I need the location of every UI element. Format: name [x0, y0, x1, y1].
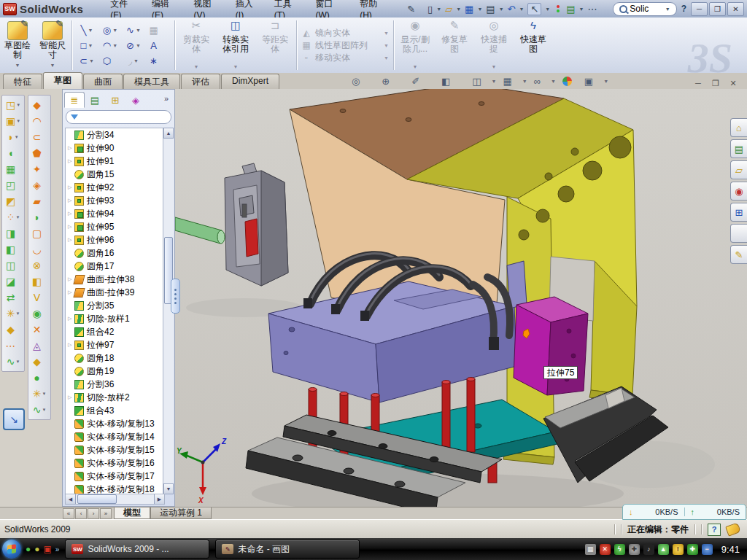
tree-item[interactable]: ▷ 分割36 [66, 378, 164, 391]
toolbar-icon[interactable]: ◗ ▼ [34, 210, 44, 225]
sketch-entity-button[interactable]: ⊂ ▼ [75, 53, 98, 69]
search-box[interactable]: Solic ▼ [613, 2, 676, 16]
document-window-button[interactable]: ✕ [727, 77, 740, 89]
tray-icon[interactable]: ✚ [687, 544, 698, 555]
ribbon-tab[interactable]: 模具工具 [123, 74, 180, 89]
toolbar-icon[interactable]: ⋯ ▼ [6, 338, 21, 353]
toolbar-icon[interactable]: ◈ ▼ [33, 178, 46, 192]
chevron-down-icon[interactable]: ▼ [15, 311, 20, 316]
graphics-viewport[interactable]: Y Z X 拉伸75 ⌂ ▤ ▱ ◉ [175, 89, 747, 507]
tag-icon[interactable] [725, 522, 741, 536]
scroll-left-button[interactable]: ◀ [66, 494, 76, 504]
chevron-down-icon[interactable]: ▼ [50, 61, 55, 71]
chevron-down-icon[interactable]: ▼ [384, 52, 389, 63]
tray-icon[interactable]: ! [673, 544, 684, 555]
toolbar-icon[interactable]: ▤ ▼ [565, 1, 585, 16]
tray-icon[interactable]: ϟ [614, 544, 625, 555]
toolbar-icon[interactable]: ✳ ▼ [7, 306, 20, 321]
toolbar-icon[interactable]: ◗ ▼ [7, 130, 18, 144]
view-tool-icon[interactable]: ✐ ▼ [411, 76, 435, 87]
chevron-down-icon[interactable]: ▼ [16, 103, 20, 107]
measure-button[interactable]: ↘ [3, 408, 25, 430]
sketch-entity-button[interactable]: ◎ ▼ [98, 23, 122, 38]
sketch-entity-button[interactable]: ◠ ▼ [98, 38, 122, 53]
tree-horizontal-scrollbar[interactable]: ◀ ▶ [65, 494, 165, 505]
tray-icon[interactable]: ▲ [658, 544, 669, 555]
magenta-block[interactable] [514, 297, 588, 395]
tree-item[interactable]: ▷ 实体-移动/复制18 [66, 483, 164, 494]
command-button[interactable]: ✂ 剪裁实体 ▼ [177, 18, 216, 73]
tree-item[interactable]: ▷ 拉伸91 [66, 155, 164, 168]
tree-item[interactable]: ▷ 组合43 [66, 404, 164, 417]
tree-item[interactable]: ▷ 拉伸90 [66, 141, 164, 155]
panel-tab[interactable]: ◈ [125, 92, 146, 108]
expand-arrow-icon[interactable]: ▷ [68, 237, 74, 243]
tree-item[interactable]: ▷ 曲面-拉伸39 [66, 286, 164, 299]
toolbar-icon[interactable]: ↖ ▼ [526, 1, 551, 16]
chevron-down-icon[interactable]: ▼ [194, 62, 199, 71]
tree-item[interactable]: ▷ 组合42 [66, 325, 164, 338]
toolbar-icon[interactable]: ◧ ▼ [32, 274, 47, 289]
window-button[interactable]: ✕ [727, 2, 744, 16]
tree-item[interactable]: ▷ 分割34 [66, 128, 164, 141]
tree-item[interactable]: ▷ 拉伸97 [66, 338, 164, 351]
view-tool-icon[interactable]: ◧ ▼ [441, 76, 465, 87]
command-button[interactable]: ✎ 修复草图 ▼ [435, 18, 474, 73]
ribbon-tab[interactable]: 特征 [3, 74, 42, 89]
scroll-down-button[interactable]: ▼ [163, 483, 174, 494]
sketch-entity-button[interactable]: ◞ ▼ [122, 53, 145, 69]
expand-arrow-icon[interactable]: ▷ [68, 145, 74, 151]
sketch-entity-button[interactable]: ⊘ ▼ [122, 38, 145, 53]
toolbar-icon[interactable]: ✎ ▼ [406, 1, 425, 16]
task-pane-tab[interactable]: ✎ [730, 245, 747, 264]
toolbar-icon[interactable]: ✳ ▼ [33, 386, 47, 401]
expand-arrow-icon[interactable]: ▷ [68, 342, 74, 348]
tree-item[interactable]: ▷ 圆角15 [66, 168, 164, 181]
toolbar-icon[interactable]: ⊗ ▼ [33, 258, 47, 273]
expand-arrow-icon[interactable]: ▷ [68, 224, 74, 230]
toolbar-icon[interactable]: ◩ ▼ [6, 194, 20, 209]
chevron-down-icon[interactable]: ▼ [89, 58, 94, 63]
panel-tab[interactable]: ⊞ [105, 92, 125, 108]
task-pane-tab[interactable]: ▱ [730, 160, 747, 179]
task-pane-tab[interactable] [730, 224, 747, 243]
assembly-model[interactable]: Y Z X [175, 89, 747, 507]
toolbar-icon[interactable]: ◬ ▼ [33, 338, 46, 353]
toolbar-icon[interactable]: ◖ ▼ [7, 146, 18, 160]
quick-tips-button[interactable]: ? [708, 524, 721, 536]
toolbar-icon[interactable]: ∿ ▼ [7, 354, 20, 369]
chevron-down-icon[interactable]: ▼ [15, 61, 20, 71]
tree-item[interactable]: ▷ 实体-移动/复制13 [66, 417, 164, 430]
tree-item[interactable]: ▷ 圆角18 [66, 351, 164, 365]
expand-arrow-icon[interactable]: ▷ [68, 211, 74, 217]
view-tool-icon[interactable]: ▼ [562, 77, 578, 86]
toolbar-icon[interactable]: ▣ ▼ [6, 114, 20, 128]
panel-overflow-button[interactable]: » [164, 94, 173, 103]
task-pane-tab[interactable]: ⊞ [730, 203, 747, 222]
chevron-down-icon[interactable]: ▼ [492, 79, 497, 84]
toolbar-icon[interactable]: ▢ ▼ [32, 226, 47, 241]
toolbar-icon[interactable]: ◆ ▼ [33, 98, 46, 112]
chevron-down-icon[interactable]: ▼ [133, 58, 139, 63]
toolbar-icon[interactable]: ▼ [552, 1, 564, 16]
tree-item[interactable]: ▷ 拉伸95 [66, 220, 164, 233]
toolbar-icon[interactable]: ◫ ▼ [6, 258, 20, 273]
panel-tab[interactable]: ▤ [85, 92, 105, 108]
toolbar-icon[interactable]: ↶ ▼ [506, 1, 526, 16]
toolbar-icon[interactable]: ▰ ▼ [33, 194, 46, 209]
tray-icon[interactable]: − [702, 544, 713, 555]
view-tool-icon[interactable]: ◫ ▼ [472, 76, 496, 87]
quick-launch-icon[interactable]: ● [26, 544, 31, 554]
ribbon-tab[interactable]: 曲面 [83, 74, 123, 89]
tab-nav-button[interactable]: › [88, 508, 99, 519]
toolbar-icon[interactable]: ⊂ ▼ [33, 130, 47, 144]
expand-arrow-icon[interactable]: ▷ [68, 198, 74, 203]
toolbar-icon[interactable]: ▱ ▼ [444, 1, 462, 16]
window-button[interactable]: ❐ [709, 2, 726, 16]
sketch-entity-button[interactable]: ╲ ▼ [75, 23, 98, 38]
tree-item[interactable]: ▷ 实体-移动/复制14 [66, 430, 164, 443]
command-button[interactable]: ⊐ 等距实体 ▼ [255, 18, 295, 73]
command-button[interactable]: ▫ 移动实体 ▼ [301, 52, 389, 63]
toolbar-icon[interactable]: ◠ ▼ [32, 114, 46, 128]
toolbar-icon[interactable]: ◆ ▼ [33, 354, 46, 369]
